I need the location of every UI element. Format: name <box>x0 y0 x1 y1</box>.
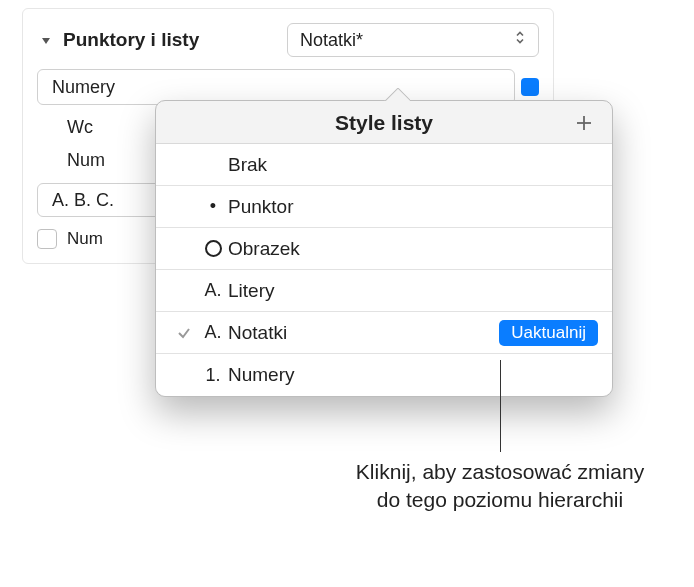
ring-icon <box>198 240 228 257</box>
style-label: Brak <box>228 154 598 176</box>
style-item-image[interactable]: Obrazek <box>156 228 612 270</box>
chevrons-icon <box>514 30 526 51</box>
popover-title: Style listy <box>335 111 433 135</box>
list-styles-popover: Style listy Brak • Punktor Obrazek A. <box>155 100 613 397</box>
callout-leader-line <box>500 360 501 452</box>
style-label: Punktor <box>228 196 598 218</box>
number-label: Num <box>37 150 105 171</box>
bullet-icon: A. <box>198 322 228 343</box>
format-value: A. B. C. <box>52 190 114 211</box>
disclosure-triangle-icon[interactable] <box>37 31 55 49</box>
indent-label: Wc <box>37 117 93 138</box>
callout-text: Kliknij, aby zastosować zmiany do tego p… <box>350 458 650 515</box>
checkmark-icon <box>170 325 198 341</box>
list-style-select[interactable]: Notatki* <box>287 23 539 57</box>
style-item-letters[interactable]: A. Litery <box>156 270 612 312</box>
section-title: Punktory i listy <box>63 29 279 51</box>
toggle-indicator[interactable] <box>521 78 539 96</box>
style-item-notes[interactable]: A. Notatki Uaktualnij <box>156 312 612 354</box>
list-style-value: Notatki* <box>300 30 363 51</box>
svg-marker-0 <box>42 38 50 44</box>
popover-header: Style listy <box>156 101 612 144</box>
style-item-none[interactable]: Brak <box>156 144 612 186</box>
style-label: Litery <box>228 280 598 302</box>
popover-pointer-icon <box>384 88 410 101</box>
update-button[interactable]: Uaktualnij <box>499 320 598 346</box>
bullet-icon: A. <box>198 280 228 301</box>
section-header: Punktory i listy Notatki* <box>37 23 539 57</box>
bullet-icon: • <box>198 196 228 217</box>
style-item-numbers[interactable]: 1. Numery <box>156 354 612 396</box>
bullet-icon: 1. <box>198 365 228 386</box>
style-item-bullet[interactable]: • Punktor <box>156 186 612 228</box>
number-type-value: Numery <box>52 77 115 98</box>
tiered-label: Num <box>67 229 103 249</box>
popover-list: Brak • Punktor Obrazek A. Litery A. Nota… <box>156 144 612 396</box>
style-label: Notatki <box>228 322 499 344</box>
tiered-checkbox[interactable] <box>37 229 57 249</box>
style-label: Obrazek <box>228 238 598 260</box>
add-style-button[interactable] <box>570 109 598 137</box>
style-label: Numery <box>228 364 598 386</box>
